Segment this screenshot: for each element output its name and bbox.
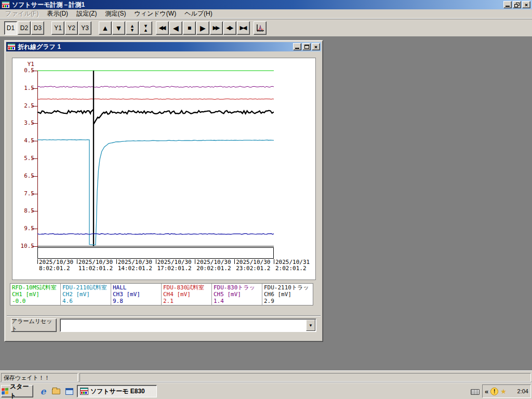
ch1-value: -0.0 [12,298,59,304]
divider [7,315,321,316]
quicklaunch-ie-icon[interactable]: e [37,386,49,396]
windows-logo-icon [2,388,8,395]
y-tick-label: 5.5 [12,155,34,162]
compress-horizontal-button[interactable]: ▶◀ [237,21,250,35]
ch2-label: CH2 [mV] [62,291,109,298]
y-tick-label: 4.5 [12,137,34,144]
alarm-combobox-value[interactable] [60,319,306,331]
toolbar-d1-button[interactable]: D1 [4,21,17,35]
compress-horizontal-icon: ▶◀ [240,24,247,31]
expand-vertical-button[interactable]: ▲▼ [126,21,139,35]
fast-rewind-button[interactable]: ◀◀ [156,21,169,35]
y-tick-mark [32,106,37,107]
taskbar-app-label: ソフトサーモ E830 [90,387,145,396]
ch2-name: FDU-2110試料室 [62,284,109,291]
legend-cell-ch4: FDU-830試料室 CH4 [mV] 2.1 [162,284,212,305]
trace-ch5 [37,86,274,87]
ch3-value: 9.8 [113,298,159,304]
minimize-button[interactable] [503,1,512,8]
start-button[interactable]: スタート [1,385,33,397]
x-tick-label: 2025/10/3023:02:01.2 [236,259,270,272]
ch6-value: 2.9 [264,298,311,304]
chevron-down-icon: ▼ [309,323,313,328]
menu-measure[interactable]: 測定(S) [101,9,130,19]
alarm-reset-button[interactable]: アラームリセット [11,318,57,332]
menu-view[interactable]: 表示(D) [43,9,72,19]
legend-cell-ch3: HALL CH3 [mV] 9.8 [111,284,162,305]
chart-panel: Y1 0.51.52.53.54.55.56.57.58.59.510.5 20… [12,58,316,280]
quicklaunch-outlook-icon[interactable] [63,386,75,396]
toolbar-d2-button[interactable]: D2 [18,21,31,35]
star-tray-icon[interactable]: ★ [500,388,507,395]
toolbar: D1 D2 D3 Y1 Y2 Y3 ▲ ▼ ▲▼ ▼▲ ◀◀ ◀ ■ ▶ ▶▶ … [0,19,532,37]
fast-forward-button[interactable]: ▶▶ [210,21,223,35]
y-tick-mark [32,71,37,71]
expand-horizontal-icon: ◀▶ [227,24,234,31]
compress-vertical-button[interactable]: ▼▲ [139,21,152,35]
ch6-name: FDU-2110トラッ [264,284,311,291]
ch4-label: CH4 [mV] [163,291,210,298]
y-tick-mark [32,176,37,177]
x-tick-mark [77,259,77,264]
quicklaunch-folder-icon[interactable] [50,386,62,396]
ch4-value: 2.1 [163,298,210,304]
keyboard-layout-icon[interactable] [471,389,480,395]
x-tick-mark [274,259,274,264]
y-tick-label: 1.5 [12,85,34,91]
restore-button[interactable] [513,1,521,8]
legend-cell-ch2: FDU-2110試料室 CH2 [mV] 4.6 [61,284,111,305]
tray-chevron-icon[interactable]: « [485,388,488,395]
menu-window[interactable]: ウィンドウ(W) [130,9,180,19]
combobox-dropdown-button[interactable]: ▼ [306,320,315,331]
ch5-label: CH5 [mV] [214,291,260,298]
step-forward-button[interactable]: ▶ [196,21,209,35]
ch3-name: HALL [113,284,159,291]
graph-close-button[interactable]: × [312,43,320,50]
menu-file: ファイル(F) [1,9,43,19]
ch3-label: CH3 [mV] [113,291,159,298]
fast-forward-icon: ▶▶ [213,24,220,31]
close-button[interactable]: × [522,1,530,8]
time-range-box[interactable] [37,247,274,259]
y-tick-label: 10.5 [12,243,34,249]
security-shield-icon[interactable]: ! [490,388,498,395]
menu-help[interactable]: ヘルプ(H) [180,9,217,19]
step-back-icon: ◀ [173,24,179,32]
x-tick-mark [37,259,38,264]
app-icon [2,1,10,9]
graph-window-title: 折れ線グラフ 1 [18,43,292,51]
graph-window: 折れ線グラフ 1 × Y1 0.51.52.53.54.55.56.57.58.… [4,40,323,342]
x-tick-label: 2025/10/3017:02:01.2 [157,259,192,272]
graph-settings-button[interactable] [254,21,267,35]
toolbar-y3-button[interactable]: Y3 [78,21,91,35]
y-tick-label: 2.5 [12,102,34,109]
toolbar-y2-button[interactable]: Y2 [65,21,78,35]
y-tick-mark [32,141,37,141]
taskbar-clock[interactable]: 2:04 [517,388,528,394]
ch6-label: CH6 [mV] [264,291,311,298]
menu-settings[interactable]: 設定(Z) [72,9,101,19]
expand-vertical-icon: ▲▼ [130,24,135,32]
y-tick-label: 0.5 [12,67,34,74]
x-tick-mark [234,259,235,264]
toolbar-y1-button[interactable]: Y1 [51,21,64,35]
stop-button[interactable]: ■ [183,21,196,35]
trace-ch3 [37,234,274,235]
graph-window-titlebar[interactable]: 折れ線グラフ 1 × [6,42,321,51]
graph-minimize-button[interactable] [293,43,301,50]
legend-cell-ch6: FDU-2110トラッ CH6 [mV] 2.9 [262,284,313,305]
graph-maximize-button[interactable] [302,43,311,50]
step-back-button[interactable]: ◀ [169,21,182,35]
y-tick-mark [32,158,37,159]
scroll-down-button[interactable]: ▼ [112,21,125,35]
taskbar-app-button[interactable]: ソフトサーモ E830 [77,385,157,397]
main-titlebar[interactable]: ソフトサーモ計測－計測1 × [0,0,532,9]
expand-horizontal-button[interactable]: ◀▶ [223,21,236,35]
ch1-name: RFD-10MS試料室 [12,284,59,291]
alarm-combobox[interactable]: ▼ [60,318,316,332]
fast-rewind-icon: ◀◀ [159,24,166,31]
status-message: 保存ウェイト！！ [1,373,78,382]
toolbar-d3-button[interactable]: D3 [31,21,44,35]
scroll-up-button[interactable]: ▲ [99,21,112,35]
x-tick-label: 2025/10/308:02:01.2 [39,259,73,272]
